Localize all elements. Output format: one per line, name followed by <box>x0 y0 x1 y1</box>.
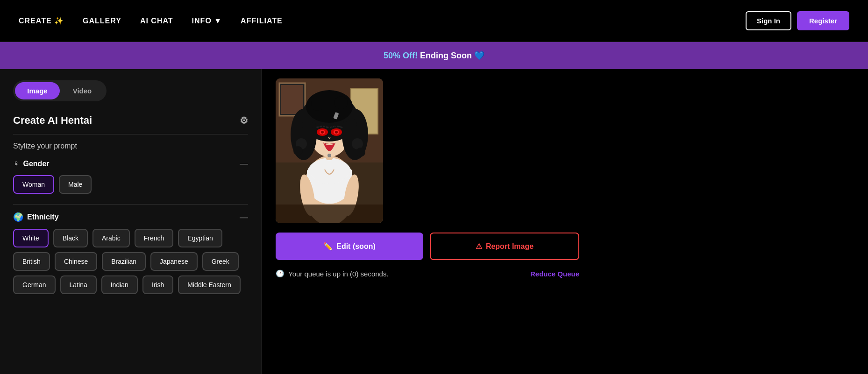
gender-title: ♀ Gender <box>13 159 50 169</box>
gender-header: ♀ Gender — <box>13 159 248 169</box>
eth-white[interactable]: White <box>13 229 49 247</box>
svg-point-40 <box>327 154 331 157</box>
eth-arabic[interactable]: Arabic <box>92 229 130 247</box>
report-icon: ⚠ <box>476 242 482 251</box>
divider-1 <box>13 134 248 134</box>
queue-text: Your queue is up in (0) seconds. <box>288 270 389 278</box>
eth-greek[interactable]: Greek <box>202 252 239 271</box>
gender-collapse-icon[interactable]: — <box>240 159 248 169</box>
section-title-text: Create AI Hentai <box>13 114 92 127</box>
gender-male-button[interactable]: Male <box>59 175 92 194</box>
svg-rect-41 <box>276 205 383 223</box>
reduce-queue-link[interactable]: Reduce Queue <box>530 270 579 278</box>
nav-gallery[interactable]: GALLERY <box>83 17 121 25</box>
generated-image <box>276 78 383 223</box>
svg-point-30 <box>321 131 324 134</box>
promo-banner: 50% Off! Ending Soon 💙 <box>0 42 868 69</box>
divider-2 <box>13 204 248 205</box>
gender-woman-button[interactable]: Woman <box>13 175 54 194</box>
right-panel: ✏️ Edit (soon) ⚠ Report Image 🕐 Your que… <box>262 69 868 374</box>
svg-point-18 <box>293 146 303 155</box>
promo-normal: Ending Soon 💙 <box>420 51 484 60</box>
svg-point-22 <box>334 96 348 109</box>
register-button[interactable]: Register <box>797 11 849 30</box>
ethnicity-collapse-icon[interactable]: — <box>240 212 248 222</box>
section-header: Create AI Hentai ⚙ <box>13 114 248 127</box>
svg-point-23 <box>302 120 313 131</box>
eth-indian[interactable]: Indian <box>101 275 138 294</box>
ethnicity-header: 🌍 Ethnicity — <box>13 212 248 222</box>
mode-image-button[interactable]: Image <box>15 82 60 99</box>
ethnicity-options: White Black Arabic French Egyptian Briti… <box>13 229 248 294</box>
edit-label: Edit (soon) <box>336 242 376 251</box>
left-panel: Image Video Create AI Hentai ⚙ Stylize y… <box>0 69 262 374</box>
edit-icon: ✏️ <box>323 242 333 251</box>
action-row: ✏️ Edit (soon) ⚠ Report Image <box>276 233 579 260</box>
queue-info: 🕐 Your queue is up in (0) seconds. <box>276 269 389 278</box>
ethnicity-icon: 🌍 <box>13 212 23 222</box>
eth-british[interactable]: British <box>13 252 50 271</box>
report-button[interactable]: ⚠ Report Image <box>430 233 579 260</box>
eth-french[interactable]: French <box>135 229 174 247</box>
mode-toggle: Image Video <box>13 80 107 101</box>
svg-point-24 <box>346 119 357 130</box>
svg-point-21 <box>311 98 324 111</box>
svg-point-20 <box>356 148 365 157</box>
nav-actions: Sign In Register <box>746 11 849 30</box>
eth-latina[interactable]: Latina <box>60 275 97 294</box>
promo-bold: 50% Off! <box>384 51 418 60</box>
queue-clock-icon: 🕐 <box>276 269 285 278</box>
eth-black[interactable]: Black <box>53 229 88 247</box>
queue-row: 🕐 Your queue is up in (0) seconds. Reduc… <box>276 269 579 278</box>
navbar: CREATE ✨ GALLERY AI CHAT INFO ▼ AFFILIAT… <box>0 0 868 42</box>
eth-egyptian[interactable]: Egyptian <box>178 229 222 247</box>
gender-options: Woman Male <box>13 175 248 194</box>
gender-label: Gender <box>23 160 50 168</box>
nav-affiliate[interactable]: AFFILIATE <box>241 17 283 25</box>
character-svg <box>276 78 383 223</box>
ethnicity-title: 🌍 Ethnicity <box>13 212 59 222</box>
edit-button[interactable]: ✏️ Edit (soon) <box>276 233 423 260</box>
svg-rect-5 <box>281 85 303 114</box>
eth-middle-eastern[interactable]: Middle Eastern <box>178 275 240 294</box>
gender-icon: ♀ <box>13 159 20 169</box>
stylize-label: Stylize your prompt <box>13 142 248 150</box>
nav-create[interactable]: CREATE ✨ <box>19 16 64 25</box>
main-layout: Image Video Create AI Hentai ⚙ Stylize y… <box>0 69 868 374</box>
nav-info[interactable]: INFO ▼ <box>192 17 222 25</box>
nav-ai-chat[interactable]: AI CHAT <box>140 17 173 25</box>
eth-german[interactable]: German <box>13 275 56 294</box>
nav-links: CREATE ✨ GALLERY AI CHAT INFO ▼ AFFILIAT… <box>19 16 283 25</box>
eth-japanese[interactable]: Japanese <box>150 252 198 271</box>
eth-brazilian[interactable]: Brazilian <box>102 252 146 271</box>
gear-icon[interactable]: ⚙ <box>240 115 248 126</box>
eth-chinese[interactable]: Chinese <box>55 252 97 271</box>
report-label: Report Image <box>486 242 534 251</box>
eth-irish[interactable]: Irish <box>142 275 173 294</box>
mode-video-button[interactable]: Video <box>60 82 105 99</box>
svg-point-31 <box>335 131 338 134</box>
ethnicity-section: 🌍 Ethnicity — White Black Arabic French … <box>13 212 248 294</box>
ethnicity-label: Ethnicity <box>27 213 59 221</box>
gender-section: ♀ Gender — Woman Male <box>13 159 248 194</box>
signin-button[interactable]: Sign In <box>746 11 791 30</box>
